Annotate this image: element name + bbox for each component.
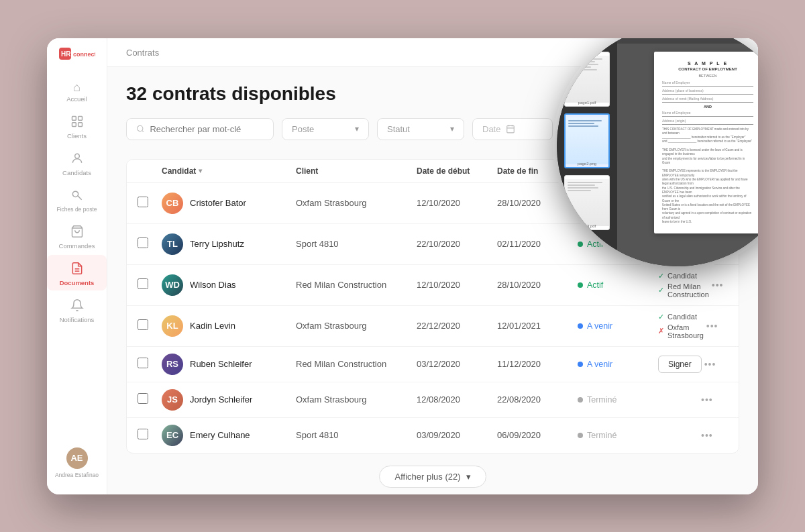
statut-filter[interactable]: Statut ▾ — [377, 118, 464, 140]
svg-text:connect: connect — [73, 51, 95, 58]
sidebar-username: Andrea Estafinao — [55, 472, 99, 478]
candidate-cell: RS Ruben Schleifer — [162, 354, 296, 375]
sidebar-item-candidats[interactable]: Candidats — [47, 145, 107, 180]
poste-label: Poste — [292, 124, 350, 134]
sidebar-nav: ⌂ Accueil Clients — [47, 74, 107, 447]
row-checkbox[interactable] — [138, 393, 148, 404]
table-row: KL Kadin Levin Oxfam Strasbourg 22/12/20… — [127, 306, 739, 347]
chevron-down-icon: ▾ — [450, 124, 454, 134]
sidebar-item-commandes[interactable]: Commandes — [47, 218, 107, 254]
table-row: EC Emery Culhane Sport 4810 03/09/2020 0… — [127, 418, 739, 453]
row-checkbox[interactable] — [138, 197, 148, 207]
sidebar-item-label: Notifications — [60, 316, 95, 323]
sidebar-user[interactable]: AE Andrea Estafinao — [55, 447, 99, 485]
bell-icon — [70, 299, 84, 314]
candidate-name: Wilson Dias — [190, 280, 236, 290]
svg-point-12 — [138, 125, 143, 131]
sidebar-item-notifications[interactable]: Notifications — [47, 292, 107, 327]
sidebar-item-label: Clients — [67, 132, 87, 140]
status-dot — [578, 397, 583, 403]
more-actions-button[interactable]: ••• — [704, 318, 733, 334]
sidebar-item-accueil[interactable]: ⌂ Accueil — [47, 74, 107, 107]
status-label: A venir — [587, 321, 612, 331]
sidebar-item-fiches-poste[interactable]: Fiches de poste — [47, 182, 107, 217]
more-actions-button[interactable]: ••• — [709, 277, 739, 293]
date-debut-cell: 22/10/2020 — [417, 239, 497, 249]
status-badge: Actif — [578, 199, 658, 208]
col-statut: Statut — [578, 166, 658, 176]
svg-point-8 — [72, 191, 78, 197]
candidate-name: Emery Culhane — [190, 430, 250, 440]
table-header: Candidat ▾ Client Date de début Date de … — [127, 160, 739, 183]
status-label: Actif — [587, 240, 603, 249]
status-badge: Actif — [578, 280, 658, 290]
status-badge: Terminé — [578, 395, 658, 405]
status-label: A venir — [587, 360, 612, 369]
signature-cell-wrapper: Signer — [658, 356, 702, 373]
signature-cell-wrapper: ✓Candidat✗Oxfam Strasbourg — [658, 313, 704, 339]
table-row: RS Ruben Schleifer Red Milan Constructio… — [127, 347, 739, 382]
date-filter[interactable]: Date — [472, 118, 553, 140]
sidebar-item-label: Commandes — [59, 242, 95, 250]
more-actions-button[interactable]: ••• — [702, 356, 731, 372]
date-fin-cell: 11/12/2020 — [497, 359, 578, 369]
signature-cell-wrapper: ✓Candidat✓Sport 4810 — [658, 231, 698, 258]
date-debut-cell: 03/09/2020 — [417, 430, 497, 440]
clients-icon — [70, 115, 84, 130]
status-dot — [578, 433, 583, 438]
avatar: RS — [162, 354, 183, 375]
status-label: Terminé — [587, 395, 616, 405]
svg-rect-4 — [78, 116, 82, 120]
row-checkbox[interactable] — [138, 237, 148, 248]
table-row: JS Jordyn Schleifer Oxfam Strasbourg 12/… — [127, 382, 739, 418]
filters-row: Poste ▾ Statut ▾ Date — [126, 118, 739, 140]
more-actions-button[interactable]: ••• — [698, 427, 728, 443]
status-label: Actif — [587, 199, 603, 208]
date-fin-cell: 28/10/2020 — [497, 280, 578, 290]
statut-label: Statut — [387, 124, 445, 134]
more-actions-button[interactable]: ••• — [698, 392, 728, 408]
row-checkbox[interactable] — [138, 358, 148, 368]
avatar: AE — [66, 447, 88, 469]
signer-button[interactable]: Signer — [658, 356, 702, 373]
candidate-cell: KL Kadin Levin — [162, 315, 296, 337]
svg-rect-5 — [72, 122, 76, 126]
row-checkbox[interactable] — [138, 278, 148, 289]
avatar: KL — [162, 315, 183, 337]
client-cell: Oxfam Strasbourg — [296, 198, 417, 208]
search-input[interactable] — [150, 124, 264, 134]
date-fin-cell: 02/11/2020 — [497, 239, 578, 249]
svg-rect-3 — [72, 116, 76, 120]
more-actions-button[interactable]: ••• — [704, 195, 733, 211]
date-debut-cell: 22/12/2020 — [417, 321, 497, 331]
sidebar-item-clients[interactable]: Clients — [47, 108, 107, 144]
date-debut-cell: 03/12/2020 — [417, 359, 497, 369]
client-cell: Sport 4810 — [296, 239, 417, 249]
status-dot — [578, 362, 583, 367]
search-filter[interactable] — [126, 118, 274, 140]
home-icon: ⌂ — [73, 81, 80, 93]
row-checkbox[interactable] — [138, 429, 148, 439]
more-actions-button[interactable]: ••• — [698, 236, 728, 252]
avatar: TL — [162, 233, 183, 255]
poste-filter[interactable]: Poste ▾ — [282, 118, 369, 140]
page-title: 32 contrats disponibles — [126, 83, 739, 105]
signature-cell: ✓Candidat✓Sport 4810 — [658, 231, 698, 258]
load-more-label: Afficher plus (22) — [394, 472, 460, 482]
row-checkbox[interactable] — [138, 319, 148, 330]
svg-point-7 — [74, 154, 79, 158]
avatar: WD — [162, 274, 183, 296]
client-cell: Oxfam Strasbourg — [296, 321, 417, 331]
sidebar-item-documents[interactable]: Documents — [47, 255, 107, 290]
main-content: Contrats 32 contrats disponibles Poste ▾… — [107, 38, 758, 494]
sidebar-item-label: Fiches de poste — [56, 206, 97, 213]
content-area: 32 contrats disponibles Poste ▾ Statut ▾ — [107, 67, 758, 494]
sidebar-logo[interactable]: HR connect — [59, 48, 95, 62]
signature-cell: ✓Candidat✗Oxfam Strasbourg — [658, 313, 704, 339]
avatar: JS — [162, 389, 183, 411]
date-fin-cell: 28/10/2020 — [497, 198, 578, 208]
status-label: Terminé — [587, 431, 616, 440]
status-dot — [578, 242, 583, 247]
chevron-down-icon: ▾ — [466, 472, 471, 482]
load-more-button[interactable]: Afficher plus (22) ▾ — [379, 466, 486, 488]
